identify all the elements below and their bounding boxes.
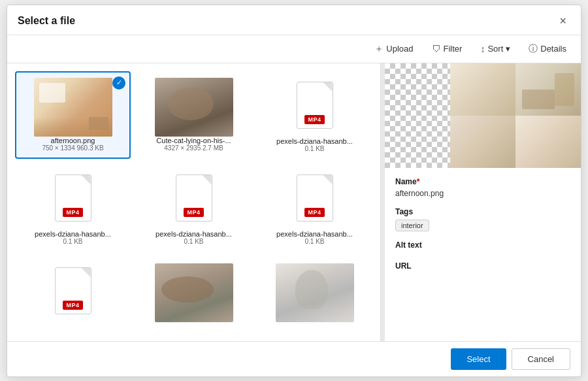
name-label: Name* — [395, 177, 570, 186]
file-mp4-container: MP4 — [292, 78, 338, 133]
required-indicator: * — [417, 177, 420, 186]
file-item[interactable]: MP4 pexels-dziana-hasanb... 0.1 KB — [136, 164, 252, 252]
tags-container: interior — [395, 219, 570, 231]
details-button[interactable]: ⓘ Details — [525, 41, 570, 58]
file-item[interactable] — [257, 257, 372, 333]
file-name: pexels-dziana-hasanb... — [35, 230, 111, 238]
preview-cell-3 — [450, 116, 515, 168]
selected-check-icon: ✓ — [112, 76, 125, 90]
mp4-document-icon: MP4 — [176, 174, 212, 222]
file-thumbnail — [34, 78, 112, 137]
toolbar: ＋ Upload ⛉ Filter ↕ Sort ▾ ⓘ Details — [7, 35, 581, 63]
alt-text-field: Alt text — [395, 240, 570, 252]
file-item[interactable]: Cute-cat-lying-on-his-... 4327 × 2935 2.… — [136, 71, 252, 159]
file-meta: 750 × 1334 960.3 KB — [42, 144, 103, 152]
mp4-badge: MP4 — [184, 208, 203, 217]
preview-area — [385, 63, 581, 168]
filter-button[interactable]: ⛉ Filter — [428, 41, 466, 57]
filter-label: Filter — [444, 44, 463, 54]
preview-cell-4 — [515, 116, 581, 168]
chevron-down-icon: ▾ — [506, 44, 510, 54]
mp4-badge: MP4 — [304, 208, 324, 217]
filter-icon: ⛉ — [432, 44, 441, 54]
file-name: afternoon.png — [51, 137, 95, 144]
file-item[interactable] — [136, 257, 252, 333]
file-name: pexels-dziana-hasanb... — [276, 230, 353, 238]
file-mp4-container: MP4 — [171, 171, 217, 226]
mp4-badge: MP4 — [63, 301, 82, 310]
detail-info: Name* afternoon.png Tags interior Alt te… — [385, 168, 581, 282]
cancel-button[interactable]: Cancel — [512, 348, 570, 370]
file-thumbnail — [155, 263, 233, 322]
preview-image-container — [450, 63, 581, 168]
details-label: Details — [540, 44, 566, 54]
mp4-badge: MP4 — [63, 208, 82, 217]
file-name: Cute-cat-lying-on-his-... — [156, 137, 231, 144]
name-value: afternoon.png — [395, 189, 570, 198]
file-mp4-container: MP4 — [50, 171, 96, 226]
file-meta: 4327 × 2935 2.7 MB — [164, 144, 223, 152]
file-item[interactable]: ✓ afternoon.png 750 × 1334 960.3 KB — [15, 71, 131, 159]
preview-image-grid — [450, 63, 581, 168]
dialog-header: Select a file × — [7, 5, 581, 35]
file-thumbnail — [155, 78, 233, 137]
dialog-footer: Select Cancel — [7, 341, 581, 376]
file-meta: 0.1 KB — [184, 238, 203, 245]
plus-icon: ＋ — [374, 43, 384, 55]
main-content: ✓ afternoon.png 750 × 1334 960.3 KB Cute… — [7, 63, 581, 341]
mp4-document-icon: MP4 — [55, 174, 91, 222]
file-item[interactable]: MP4 pexels-dziana-hasanb... 0.1 KB — [257, 164, 372, 252]
preview-cell-2 — [515, 63, 581, 116]
mp4-document-icon: MP4 — [297, 82, 333, 129]
alt-text-label: Alt text — [395, 240, 570, 250]
url-label: URL — [395, 261, 570, 271]
mp4-document-icon: MP4 — [297, 174, 333, 222]
file-item[interactable]: MP4 — [15, 257, 131, 333]
upload-label: Upload — [386, 44, 413, 54]
upload-button[interactable]: ＋ Upload — [370, 41, 417, 58]
preview-cell-1 — [450, 63, 515, 116]
file-thumbnail — [276, 263, 354, 322]
file-grid-area[interactable]: ✓ afternoon.png 750 × 1334 960.3 KB Cute… — [7, 63, 381, 341]
file-name: pexels-dziana-hasanb... — [155, 230, 232, 238]
sort-label: Sort — [487, 44, 503, 54]
sort-button[interactable]: ↕ Sort ▾ — [476, 41, 514, 57]
file-item[interactable]: MP4 pexels-dziana-hasanb... 0.1 KB — [257, 71, 372, 159]
tag-badge: interior — [395, 220, 429, 231]
sort-icon: ↕ — [480, 44, 485, 54]
tags-field: Tags interior — [395, 207, 570, 231]
mp4-badge: MP4 — [304, 115, 324, 124]
file-mp4-container: MP4 — [50, 263, 96, 319]
tags-label: Tags — [395, 207, 570, 216]
file-grid: ✓ afternoon.png 750 × 1334 960.3 KB Cute… — [15, 71, 372, 333]
file-name: pexels-dziana-hasanb... — [276, 137, 353, 145]
name-field: Name* afternoon.png — [395, 177, 570, 198]
file-meta: 0.1 KB — [304, 238, 324, 245]
file-item[interactable]: MP4 pexels-dziana-hasanb... 0.1 KB — [15, 164, 131, 252]
file-meta: 0.1 KB — [63, 238, 82, 245]
url-field: URL — [395, 261, 570, 273]
mp4-document-icon: MP4 — [55, 267, 91, 314]
select-button[interactable]: Select — [451, 348, 506, 370]
file-mp4-container: MP4 — [292, 171, 338, 226]
file-meta: 0.1 KB — [304, 145, 324, 152]
file-select-dialog: Select a file × ＋ Upload ⛉ Filter ↕ Sort… — [7, 5, 581, 377]
info-icon: ⓘ — [529, 43, 538, 55]
close-button[interactable]: × — [555, 13, 570, 29]
dialog-title: Select a file — [18, 15, 75, 27]
detail-panel: Name* afternoon.png Tags interior Alt te… — [385, 63, 581, 341]
